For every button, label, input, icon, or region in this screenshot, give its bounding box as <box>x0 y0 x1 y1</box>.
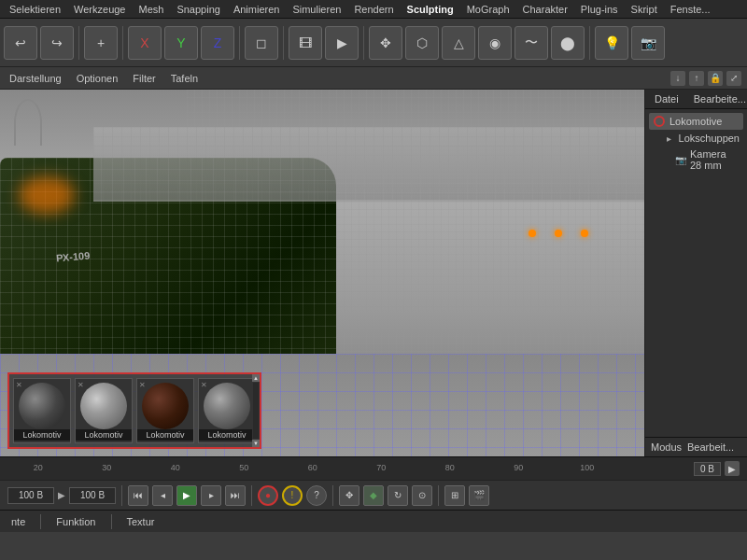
kamera-icon: 📷 <box>675 153 686 166</box>
menu-werkzeuge[interactable]: Werkzeuge <box>68 3 131 16</box>
y-axis-button[interactable]: Y <box>164 26 198 60</box>
material-scroll-up[interactable]: ▲ <box>252 374 260 382</box>
arrow-up-icon[interactable]: ↑ <box>689 71 704 86</box>
menu-simulieren[interactable]: Simulieren <box>287 3 346 16</box>
train-highlight <box>19 176 75 214</box>
scene-item-lokomotive[interactable]: Lokomotive <box>649 113 743 130</box>
menu-plugins[interactable]: Plug-ins <box>575 3 624 16</box>
material-scrollbar: ▲ ▼ <box>252 374 260 447</box>
lock-icon[interactable]: 🔒 <box>708 71 723 86</box>
grid-button[interactable]: ⊞ <box>444 485 465 506</box>
mat-sphere-3 <box>142 383 189 429</box>
menu-fenster[interactable]: Fenste... <box>665 3 716 16</box>
mat-x-1: ✕ <box>16 381 22 389</box>
menu-mesh[interactable]: Mesh <box>133 3 169 16</box>
menu-skript[interactable]: Skript <box>626 3 663 16</box>
bottom-panel: nte Funktion Textur <box>0 510 747 532</box>
scene-item-lokschuppen[interactable]: ▸ Lokschuppen <box>660 130 743 147</box>
help-button[interactable]: ? <box>306 485 327 506</box>
key-button[interactable]: ◆ <box>363 485 384 506</box>
timeline-ruler[interactable]: 20 30 40 50 60 70 80 90 100 <box>4 457 690 480</box>
next-frame-button[interactable]: ▸ <box>201 485 221 506</box>
x-axis-button[interactable]: X <box>128 26 162 60</box>
record-button[interactable]: ● <box>258 485 278 506</box>
cube-button[interactable]: ◻ <box>245 26 278 60</box>
move-button[interactable]: ✥ <box>369 26 402 60</box>
redo-button[interactable]: ↪ <box>40 26 74 60</box>
timeline-arrow-icon[interactable]: ▶ <box>725 461 740 476</box>
material-thumb-1[interactable]: ✕ Lokomotiv <box>13 378 71 443</box>
wave-button[interactable]: 〜 <box>514 26 548 60</box>
add-object-button[interactable]: + <box>84 26 118 60</box>
loop-button[interactable]: ↻ <box>388 485 408 506</box>
polygon-button[interactable]: ⬡ <box>405 26 439 60</box>
orange-light-2 <box>555 230 562 237</box>
roof-wireframe <box>93 127 644 200</box>
frame-start-field[interactable]: 100 B <box>7 487 54 504</box>
menu-rendern[interactable]: Rendern <box>348 3 399 16</box>
scene-item-kamera[interactable]: 📷 Kamera 28 mm <box>671 147 743 173</box>
toolbar-separator-4 <box>283 26 284 60</box>
bottom-tab-textur[interactable]: Textur <box>123 514 159 529</box>
optionen-menu[interactable]: Optionen <box>73 71 122 86</box>
tick-100: 100 <box>580 463 594 472</box>
mat-label-2: Lokomotiv <box>76 429 132 441</box>
toolbar-separator-5 <box>363 26 364 60</box>
viewport[interactable]: РХ-109 ✕ Lokomotiv <box>0 90 644 456</box>
sphere-button[interactable]: ⬤ <box>551 26 585 60</box>
filter-menu[interactable]: Filter <box>129 71 159 86</box>
prev-frame-button[interactable]: ◂ <box>152 485 173 506</box>
mat-sphere-4 <box>204 383 250 429</box>
material-scroll-down[interactable]: ▼ <box>252 440 260 447</box>
menu-sculpting[interactable]: Sculpting <box>402 3 459 16</box>
main-area: РХ-109 ✕ Lokomotiv <box>0 90 747 456</box>
undo-button[interactable]: ↩ <box>4 26 37 60</box>
menu-charakter[interactable]: Charakter <box>517 3 573 16</box>
material-thumb-4[interactable]: ✕ Lokomotiv <box>198 378 256 443</box>
kamera-label: Kamera 28 mm <box>690 148 740 171</box>
filmstrip2-button[interactable]: ▶ <box>325 26 359 60</box>
orange-light-1 <box>529 230 536 237</box>
snap-button[interactable]: ✥ <box>339 485 359 506</box>
rpanel-tab-datei[interactable]: Datei <box>651 91 683 106</box>
transport-arrow: ▶ <box>58 490 65 500</box>
rpanel-modus-tab[interactable]: Modus <box>651 441 682 453</box>
polygon2-button[interactable]: △ <box>442 26 475 60</box>
play-button[interactable]: ▶ <box>176 485 197 506</box>
lokomotive-circle-icon <box>654 116 665 127</box>
tick-40: 40 <box>171 463 180 472</box>
rpanel-bearbeit-tab[interactable]: Bearbeit... <box>687 441 734 453</box>
toolbar-separator-2 <box>122 26 123 60</box>
arrow-down-icon[interactable]: ↓ <box>670 71 685 86</box>
warning-button[interactable]: ! <box>282 485 303 506</box>
bottom-divider-1 <box>40 514 41 529</box>
skip-to-start-button[interactable]: ⏮ <box>128 485 148 506</box>
render-button[interactable]: 🎬 <box>469 485 489 506</box>
motion-path-button[interactable]: ⊙ <box>412 485 432 506</box>
menu-snapping[interactable]: Snapping <box>171 3 226 16</box>
tafeln-menu[interactable]: Tafeln <box>167 71 202 86</box>
frame-end-field[interactable]: 100 B <box>69 487 116 504</box>
circle-button[interactable]: ◉ <box>478 26 512 60</box>
menu-bar: Selektieren Werkzeuge Mesh Snapping Anim… <box>0 0 747 19</box>
material-thumb-3[interactable]: ✕ Lokomotiv <box>136 378 194 443</box>
bottom-tab-nte[interactable]: nte <box>7 514 29 529</box>
menu-animieren[interactable]: Animieren <box>228 3 286 16</box>
toolbar-separator-1 <box>78 26 79 60</box>
menu-selektieren[interactable]: Selektieren <box>4 3 66 16</box>
bottom-tab-funktion[interactable]: Funktion <box>52 514 99 529</box>
camera-button[interactable]: 📷 <box>631 26 665 60</box>
skip-to-end-button[interactable]: ⏭ <box>225 485 246 506</box>
lokomotive-label: Lokomotive <box>669 116 722 127</box>
z-axis-button[interactable]: Z <box>201 26 234 60</box>
menu-mograph[interactable]: MoGraph <box>461 3 515 16</box>
filmstrip-button[interactable]: 🎞 <box>289 26 322 60</box>
rpanel-tab-bearbeite[interactable]: Bearbeite... <box>690 91 747 106</box>
darstellung-menu[interactable]: Darstellung <box>6 71 65 86</box>
transport-sep-3 <box>332 485 333 506</box>
mat-x-2: ✕ <box>78 381 84 389</box>
expand-icon[interactable]: ⤢ <box>726 71 741 86</box>
lamp-button[interactable]: 💡 <box>595 26 628 60</box>
material-thumb-2[interactable]: ✕ Lokomotiv <box>75 378 133 443</box>
rpanel-bottom-row: Modus Bearbeit... <box>651 441 741 453</box>
